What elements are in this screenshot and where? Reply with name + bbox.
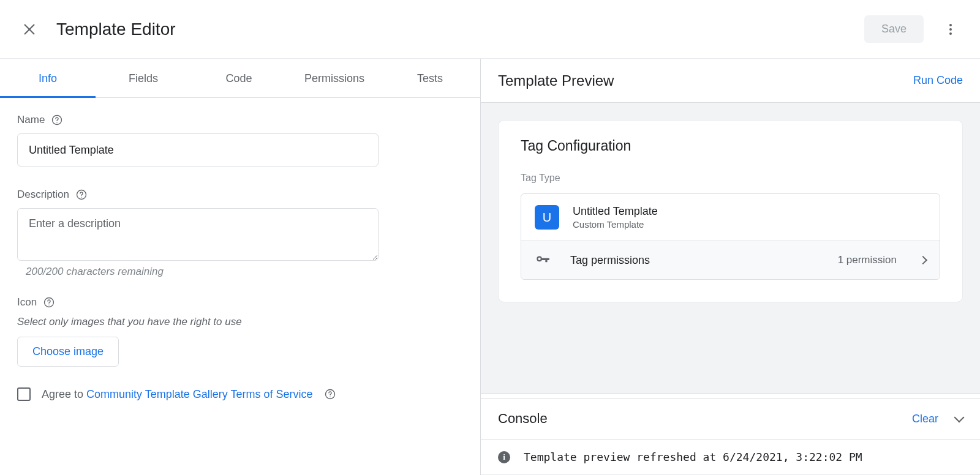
svg-point-10 <box>48 305 49 305</box>
clear-button[interactable]: Clear <box>912 413 938 425</box>
agree-checkbox[interactable] <box>17 387 31 401</box>
chevron-right-icon <box>919 256 927 264</box>
tab-tests[interactable]: Tests <box>382 59 478 97</box>
tag-name: Untitled Template <box>573 205 658 218</box>
svg-point-12 <box>330 397 330 397</box>
svg-point-4 <box>949 32 952 35</box>
description-label: Description <box>17 189 69 201</box>
run-code-button[interactable]: Run Code <box>913 74 963 87</box>
tab-fields[interactable]: Fields <box>96 59 191 97</box>
tab-info[interactable]: Info <box>0 59 96 97</box>
description-input[interactable] <box>17 208 379 261</box>
chevron-down-icon[interactable] <box>954 413 965 423</box>
agree-text: Agree to Community Template Gallery Term… <box>42 388 313 401</box>
icon-label: Icon <box>17 296 37 309</box>
console-row: i Template preview refreshed at 6/24/202… <box>481 439 980 475</box>
icon-hint: Select only images that you have the rig… <box>17 316 463 328</box>
console-title: Console <box>498 411 912 427</box>
close-icon[interactable] <box>22 22 37 37</box>
char-count: 200/200 characters remaining <box>17 261 463 278</box>
svg-point-3 <box>949 28 952 31</box>
tab-permissions[interactable]: Permissions <box>287 59 382 97</box>
console-message: Template preview refreshed at 6/24/2021,… <box>524 451 862 463</box>
tag-permissions-row[interactable]: Tag permissions 1 permission <box>521 241 940 279</box>
preview-pane: Template Preview Run Code Tag Configurat… <box>481 59 980 475</box>
svg-point-6 <box>57 122 58 123</box>
help-icon[interactable] <box>75 189 88 201</box>
key-icon <box>535 252 551 268</box>
help-icon[interactable] <box>51 114 63 126</box>
tag-config-card: Tag Configuration Tag Type U Untitled Te… <box>498 120 963 302</box>
tos-link[interactable]: Community Template Gallery Terms of Serv… <box>86 388 312 400</box>
page-title: Template Editor <box>56 20 864 39</box>
choose-image-button[interactable]: Choose image <box>17 337 119 367</box>
info-icon: i <box>498 451 510 463</box>
help-icon[interactable] <box>43 296 55 309</box>
perm-label: Tag permissions <box>570 254 824 267</box>
editor-tabs: Info Fields Code Permissions Tests <box>0 59 480 98</box>
editor-header: Template Editor Save <box>0 0 980 59</box>
more-menu-icon[interactable] <box>936 15 965 44</box>
svg-point-8 <box>81 197 81 198</box>
tag-subtitle: Custom Template <box>573 219 658 230</box>
tab-code[interactable]: Code <box>191 59 287 97</box>
help-icon[interactable] <box>324 388 336 400</box>
save-button[interactable]: Save <box>864 15 924 43</box>
preview-title: Template Preview <box>498 72 913 89</box>
perm-count: 1 permission <box>838 254 897 266</box>
name-label: Name <box>17 114 45 126</box>
tag-type-row: U Untitled Template Custom Template <box>521 194 940 241</box>
editor-left-pane: Info Fields Code Permissions Tests Name … <box>0 59 481 475</box>
template-icon: U <box>535 205 559 230</box>
tag-type-label: Tag Type <box>521 173 940 184</box>
svg-point-2 <box>949 24 952 26</box>
card-title: Tag Configuration <box>521 138 940 154</box>
name-input[interactable] <box>17 133 379 166</box>
